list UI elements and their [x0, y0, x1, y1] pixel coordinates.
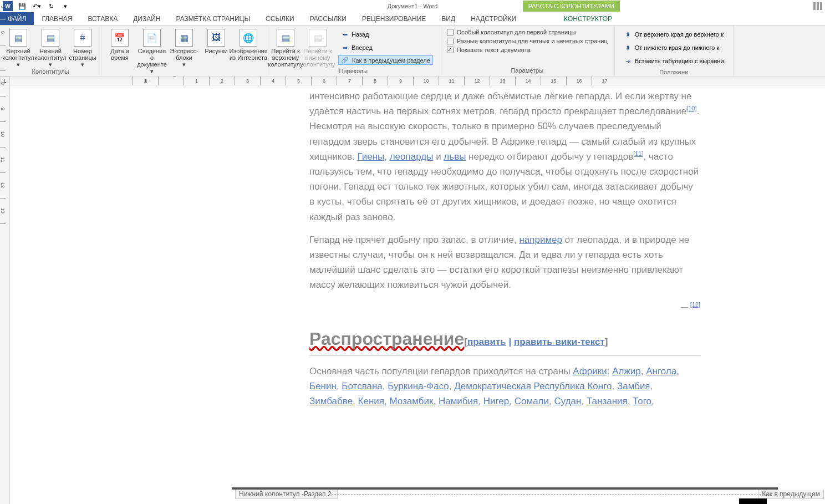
forward-arrow-icon: ➡ [340, 43, 349, 52]
heading-distribution: Распространение[править | править вики-т… [309, 325, 700, 356]
docinfo-icon: 📄 [143, 29, 161, 47]
online-pictures-button[interactable]: 🌐Изображения из Интернета [233, 27, 263, 61]
footer-dashed-line [332, 494, 770, 495]
header-button[interactable]: ▤Верхний колонтитул▾ [3, 27, 33, 68]
document-area: интенсивно работающие сердце и даже объё… [10, 85, 825, 504]
page-number-button[interactable]: #Номер страницы▾ [68, 27, 98, 68]
show-document-text-checkbox[interactable]: Показать текст документа [447, 47, 608, 53]
link-to-previous-toggle[interactable]: 🔗Как в предыдущем разделе [338, 55, 433, 65]
qat-customize[interactable]: ▾ [59, 1, 72, 12]
link-country[interactable]: Намибия [439, 396, 478, 406]
page: интенсивно работающие сердце и даже объё… [232, 85, 778, 416]
quick-parts-button[interactable]: ▦Экспресс-блоки▾ [169, 27, 199, 68]
window-title: Документ1 - Word [388, 3, 438, 9]
link-lions[interactable]: львы [444, 151, 466, 162]
tab-designer[interactable]: КОНСТРУКТОР [556, 12, 620, 25]
group-header-footer: ▤Верхний колонтитул▾ ▤Нижний колонтитул▾… [0, 26, 101, 76]
group-insert: 📅Дата и время 📄Сведения о документе▾ ▦Эк… [101, 26, 267, 76]
horizontal-ruler[interactable]: 3211234567891011121314151617 [10, 77, 825, 85]
tab-mailings[interactable]: РАССЫЛКИ [302, 12, 354, 25]
tab-icon: ⇥ [624, 57, 633, 65]
link-country[interactable]: Буркина-Фасо [388, 381, 449, 391]
goto-header-icon: ▤ [277, 29, 294, 47]
group-navigation: ▤Перейти к верхнему колонтитулу ▤Перейти… [267, 26, 440, 76]
link-country[interactable]: Нигер [483, 396, 510, 406]
vertical-ruler[interactable]: 131211109876543211 [0, 85, 10, 504]
paragraph: интенсивно работающие сердце и даже объё… [309, 89, 700, 225]
tab-design[interactable]: ДИЗАЙН [125, 12, 168, 25]
ribbon: ▤Верхний колонтитул▾ ▤Нижний колонтитул▾… [0, 26, 825, 77]
link-country[interactable]: Ботсвана [342, 381, 382, 391]
different-first-page-checkbox[interactable]: Особый колонтитул для первой страницы [447, 29, 608, 35]
paragraph: Основная часть популяции гепардов приход… [309, 364, 700, 409]
footer-section-tag[interactable]: Нижний колонтитул -Раздел 2- [235, 490, 338, 499]
citation-link[interactable]: [12] [690, 301, 700, 308]
tab-insert[interactable]: ВСТАВКА [80, 12, 125, 25]
link-icon: 🔗 [341, 57, 349, 64]
citation-right: ― [12] [309, 300, 700, 313]
footer-icon: ▤ [42, 29, 59, 47]
tab-view[interactable]: ВИД [434, 12, 463, 25]
link-country[interactable]: Мозамбик [389, 396, 433, 406]
link-country[interactable]: Того [633, 396, 651, 406]
insert-alignment-tab-button[interactable]: ⇥Вставить табуляцию с выравни [622, 55, 726, 67]
link-country[interactable]: Зимбабве [309, 396, 353, 406]
next-button[interactable]: ➡Вперед [338, 42, 433, 53]
back-arrow-icon: ⬅ [340, 30, 349, 39]
page-number-field[interactable]: 3 [739, 498, 767, 504]
undo-button[interactable]: ↶▾ [30, 1, 43, 12]
online-picture-icon: 🌐 [240, 29, 257, 47]
previous-button[interactable]: ⬅Назад [338, 29, 433, 40]
ribbon-display-options[interactable] [813, 2, 822, 10]
edit-wiki-link[interactable]: править вики-текст [514, 337, 605, 347]
calendar-icon: 📅 [111, 29, 129, 47]
paragraph: Гепард не прячет добычу про запас, в отл… [309, 232, 700, 293]
link-hyenas[interactable]: Гиены [357, 151, 384, 162]
tab-addins[interactable]: НАДСТРОЙКИ [463, 12, 524, 25]
doc-info-button[interactable]: 📄Сведения о документе▾ [137, 27, 167, 75]
ribbon-tabs: ФАЙЛ ГЛАВНАЯ ВСТАВКА ДИЗАЙН РАЗМЕТКА СТР… [0, 12, 825, 26]
tab-page-layout[interactable]: РАЗМЕТКА СТРАНИЦЫ [169, 12, 258, 25]
tab-review[interactable]: РЕЦЕНЗИРОВАНИЕ [354, 12, 434, 25]
save-button[interactable]: 💾 [16, 1, 29, 12]
footer-button[interactable]: ▤Нижний колонтитул▾ [35, 27, 65, 68]
link-country[interactable]: Демократическая Республика Конго [454, 381, 612, 391]
goto-footer-icon: ▤ [309, 29, 327, 47]
link-country[interactable]: Сомали [515, 396, 549, 406]
goto-header-button[interactable]: ▤Перейти к верхнему колонтитулу [271, 27, 301, 68]
group-options: Особый колонтитул для первой страницы Ра… [440, 26, 615, 76]
ruler-bottom-icon: ⬍ [624, 43, 633, 52]
header-from-top-spinner[interactable]: ⬍От верхнего края до верхнего к [622, 29, 726, 40]
ruler-top-icon: ⬍ [624, 30, 633, 39]
link-country[interactable]: Бенин [309, 381, 337, 391]
link-country[interactable]: Замбия [617, 381, 650, 391]
link-country[interactable]: Судан [554, 396, 581, 406]
link-country[interactable]: Ангола [646, 366, 676, 376]
date-time-button[interactable]: 📅Дата и время [105, 27, 135, 61]
citation-link[interactable]: [11] [633, 150, 643, 157]
edit-link[interactable]: править [467, 337, 506, 347]
page-number-icon: # [74, 29, 91, 47]
redo-button[interactable]: ↻ [44, 1, 58, 12]
quickparts-icon: ▦ [175, 29, 193, 47]
footer-from-bottom-spinner[interactable]: ⬍От нижнего края до нижнего к [622, 42, 726, 53]
different-odd-even-checkbox[interactable]: Разные колонтитулы для четных и нечетных… [447, 38, 608, 44]
document-body[interactable]: интенсивно работающие сердце и даже объё… [232, 85, 778, 409]
tab-home[interactable]: ГЛАВНАЯ [34, 12, 80, 25]
link-leopards[interactable]: леопарды [390, 151, 434, 162]
title-bar: W 💾 ↶▾ ↻ ▾ Документ1 - Word РАБОТА С КОЛ… [0, 0, 825, 12]
contextual-tab-label: РАБОТА С КОЛОНТИТУЛАМИ [523, 1, 620, 12]
link-country[interactable]: Алжир [612, 366, 641, 376]
citation-link[interactable]: [10] [686, 105, 696, 112]
tab-references[interactable]: ССЫЛКИ [258, 12, 302, 25]
link-country[interactable]: Кения [358, 396, 384, 406]
link-example[interactable]: например [519, 235, 562, 245]
quick-access-toolbar: W 💾 ↶▾ ↻ ▾ [0, 1, 72, 12]
goto-footer-button: ▤Перейти к нижнему колонтитулу [303, 27, 333, 68]
group-position: ⬍От верхнего края до верхнего к ⬍От нижн… [615, 26, 734, 76]
pictures-button[interactable]: 🖼Рисунки [201, 27, 231, 54]
link-country[interactable]: Африки [573, 366, 607, 376]
picture-icon: 🖼 [207, 29, 225, 47]
footer-content[interactable]: [Дата] 3 [232, 498, 778, 504]
link-country[interactable]: Танзания [587, 396, 628, 406]
